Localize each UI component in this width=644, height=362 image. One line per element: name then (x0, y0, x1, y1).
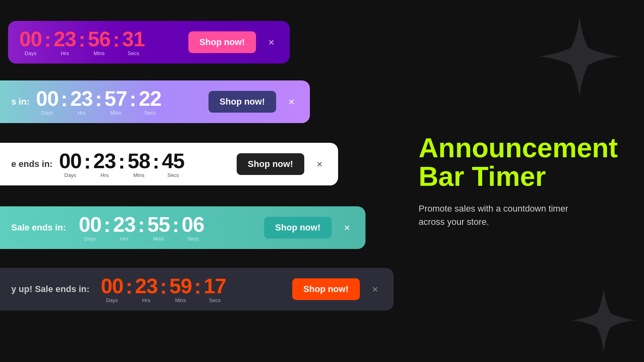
mins-unit-5: 59 Mins (169, 276, 192, 303)
days-unit-5: 00 Days (101, 276, 123, 303)
hrs-label-4: Hrs (120, 236, 128, 242)
mins-number-2: 57 (105, 88, 127, 109)
hrs-unit-4: 23 Hrs (113, 214, 136, 242)
days-number-5: 00 (101, 276, 123, 296)
days-label-5: Days (106, 297, 118, 303)
bottom-star-decoration (572, 288, 636, 354)
announcement-title-line1: Announcement (419, 134, 620, 162)
hrs-label-5: Hrs (142, 297, 150, 303)
hrs-number-2: 23 (70, 88, 93, 109)
bar-4: Sale ends in: 00 Days : 23 Hrs : 55 Mins… (0, 206, 365, 249)
colon-2a: : (58, 88, 70, 109)
colon-3b: : (116, 151, 128, 172)
days-number-2: 00 (36, 88, 58, 109)
mins-number-4: 55 (147, 214, 170, 235)
mins-label-2: Mins (110, 110, 121, 116)
mins-unit-1: 56 Mins (88, 29, 110, 56)
mins-label-1: Mins (94, 50, 105, 56)
hrs-label-3: Hrs (101, 172, 109, 178)
hrs-number-5: 23 (135, 276, 158, 296)
shop-now-button-4[interactable]: Shop now! (264, 217, 332, 239)
timer-5: 00 Days : 23 Hrs : 59 Mins : 17 Secs (101, 276, 226, 303)
colon-1c: : (110, 29, 122, 50)
shop-now-button-1[interactable]: Shop now! (188, 31, 256, 53)
timer-4: 00 Days : 23 Hrs : 55 Mins : 06 Secs (79, 214, 204, 242)
secs-label-5: Secs (209, 297, 221, 303)
secs-number-3: 45 (162, 150, 184, 171)
days-label-4: Days (84, 236, 96, 242)
close-button-3[interactable]: × (312, 157, 327, 171)
secs-number-4: 06 (182, 214, 204, 235)
days-number-4: 00 (79, 214, 101, 235)
colon-1a: : (42, 29, 54, 50)
timer-1: 00 Days : 23 Hrs : 56 Mins : 31 Secs (19, 29, 144, 56)
colon-4a: : (101, 214, 113, 235)
colon-4c: : (170, 214, 182, 235)
secs-number-1: 31 (122, 29, 145, 49)
days-number-3: 00 (59, 150, 82, 171)
secs-unit-1: 31 Secs (122, 29, 145, 56)
secs-label-1: Secs (128, 50, 139, 56)
mins-label-4: Mins (153, 236, 164, 242)
hrs-unit-5: 23 Hrs (135, 276, 158, 303)
close-button-2[interactable]: × (284, 95, 299, 109)
hrs-label-2: Hrs (77, 110, 85, 116)
secs-number-2: 22 (139, 88, 161, 109)
secs-unit-5: 17 Secs (204, 276, 226, 303)
colon-2c: : (127, 88, 138, 109)
timer-3: 00 Days : 23 Hrs : 58 Mins : 45 Secs (59, 150, 184, 178)
days-label-2: Days (41, 110, 53, 116)
days-unit-2: 00 Days (36, 88, 58, 116)
bar-label-2: s in: (11, 97, 29, 107)
left-panel: 00 Days : 23 Hrs : 56 Mins : 31 Secs Sho… (0, 0, 394, 362)
bar-3: e ends in: 00 Days : 23 Hrs : 58 Mins : … (0, 143, 338, 185)
hrs-unit-2: 23 Hrs (70, 88, 93, 116)
bar-label-5: y up! Sale ends in: (11, 284, 89, 294)
days-unit-1: 00 Days (19, 29, 42, 56)
bar-2: s in: 00 Days : 23 Hrs : 57 Mins : 22 Se… (0, 80, 310, 123)
mins-number-3: 58 (128, 150, 150, 171)
secs-unit-3: 45 Secs (162, 150, 184, 178)
secs-label-3: Secs (167, 172, 179, 178)
shop-now-button-3[interactable]: Shop now! (237, 153, 304, 175)
close-button-5[interactable]: × (368, 282, 382, 296)
colon-5b: : (157, 276, 169, 297)
announcement-title-line2: Bar Timer (419, 162, 620, 191)
mins-label-3: Mins (133, 172, 144, 178)
close-button-1[interactable]: × (264, 35, 279, 49)
announcement-description: Promote sales with a countdown timer acr… (419, 202, 580, 228)
timer-2: 00 Days : 23 Hrs : 57 Mins : 22 Secs (36, 88, 161, 116)
secs-label-2: Secs (144, 110, 156, 116)
close-button-4[interactable]: × (340, 220, 354, 235)
hrs-number-1: 23 (54, 29, 76, 49)
mins-unit-4: 55 Mins (147, 214, 170, 242)
shop-now-button-5[interactable]: Shop now! (292, 278, 360, 300)
mins-unit-2: 57 Mins (105, 88, 127, 116)
colon-2b: : (93, 88, 104, 109)
secs-unit-4: 06 Secs (182, 214, 204, 242)
colon-1b: : (76, 29, 88, 50)
bar-1: 00 Days : 23 Hrs : 56 Mins : 31 Secs Sho… (8, 21, 290, 64)
bar-5: y up! Sale ends in: 00 Days : 23 Hrs : 5… (0, 268, 394, 311)
days-unit-3: 00 Days (59, 150, 82, 178)
hrs-unit-3: 23 Hrs (93, 150, 116, 178)
colon-5a: : (123, 276, 135, 297)
bar-label-3: e ends in: (11, 159, 53, 169)
days-unit-4: 00 Days (79, 214, 101, 242)
days-number-1: 00 (19, 29, 42, 49)
hrs-number-4: 23 (113, 214, 136, 235)
secs-unit-2: 22 Secs (139, 88, 161, 116)
hrs-label-1: Hrs (61, 50, 69, 56)
days-label-3: Days (64, 172, 76, 178)
colon-4b: : (136, 214, 147, 235)
colon-5c: : (192, 276, 204, 297)
mins-number-1: 56 (88, 29, 110, 49)
top-star-decoration (539, 16, 620, 98)
shop-now-button-2[interactable]: Shop now! (208, 91, 276, 113)
mins-label-5: Mins (175, 297, 186, 303)
secs-label-4: Secs (187, 236, 199, 242)
colon-3c: : (150, 151, 162, 172)
mins-number-5: 59 (169, 276, 192, 296)
right-panel: Announcement Bar Timer Promote sales wit… (394, 0, 644, 362)
hrs-number-3: 23 (93, 150, 116, 171)
